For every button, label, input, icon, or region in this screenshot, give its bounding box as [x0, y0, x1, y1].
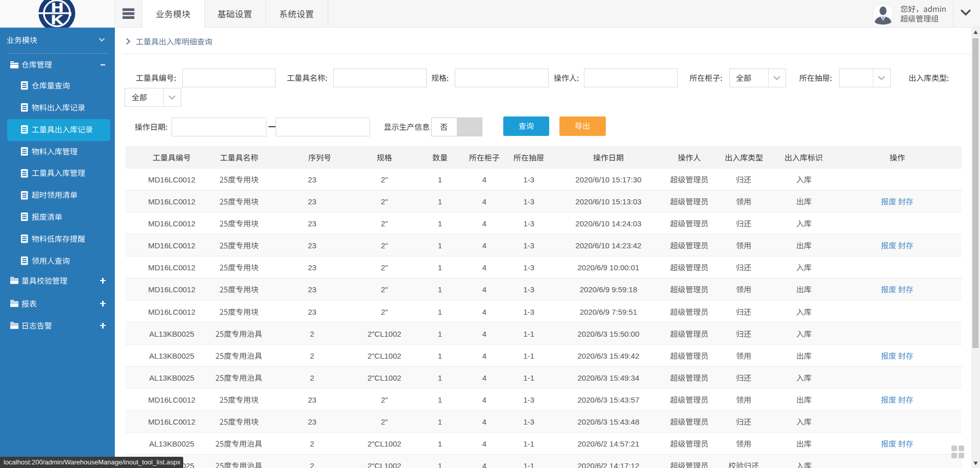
svg-text:H: H	[52, 1, 64, 14]
svg-text:K: K	[51, 13, 63, 27]
